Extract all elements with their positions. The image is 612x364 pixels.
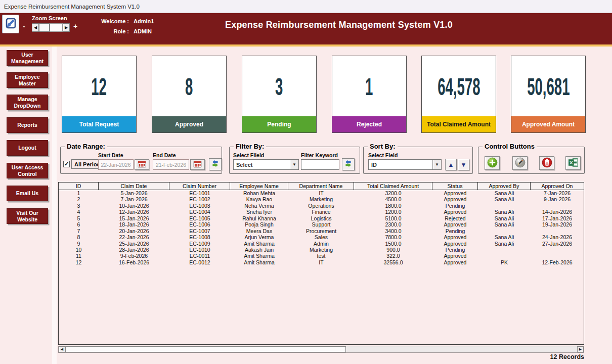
column-header-total-claimed-amount[interactable]: Total Claimed Amount xyxy=(354,183,432,190)
control-buttons-group: Control Buttons xyxy=(478,147,585,174)
zoom-scroll-left-button[interactable]: ◀ xyxy=(32,23,39,32)
table-row[interactable]: 12 16-Feb-2026 EC-0012 Amit Sharma IT 32… xyxy=(59,259,584,265)
summary-card: 8 Approved xyxy=(152,56,227,133)
start-date-calendar-button[interactable] xyxy=(135,159,149,170)
table-row[interactable]: 7 20-Jan-2026 EC-1007 Meera Das Procurem… xyxy=(59,228,584,234)
welcome-username: Admin1 xyxy=(134,18,154,24)
end-date-input[interactable] xyxy=(153,159,189,170)
cell-claim-date: 22-Jan-2026 xyxy=(99,234,169,240)
export-excel-button[interactable]: X xyxy=(565,156,581,170)
cell-status: Pending xyxy=(432,228,478,234)
sidebar-button[interactable]: Email Us xyxy=(7,186,48,201)
cell-department-name: Marketing xyxy=(288,247,354,253)
cell-department-name: Operations xyxy=(288,203,354,209)
cell-approved-by xyxy=(478,253,531,259)
cell-claim-number: EC-1009 xyxy=(169,241,230,247)
cell-claim-date: 15-Jan-2026 xyxy=(99,215,169,221)
cell-claimed-amount: 7800.0 xyxy=(354,234,432,240)
cell-approved-on: 12-Feb-2026 xyxy=(531,259,584,265)
cell-department-name: Support xyxy=(288,221,354,228)
cell-claimed-amount: 322.0 xyxy=(354,253,432,259)
table-horizontal-scrollbar[interactable]: ◀ ▶ xyxy=(58,346,584,353)
table-row[interactable]: 6 18-Jan-2026 EC-1006 Pooja Singh Suppor… xyxy=(59,221,584,228)
table-row[interactable]: 3 10-Jan-2026 EC-1003 Neha Verma Operati… xyxy=(59,203,584,209)
cell-approved-on: 14-Jan-2026 xyxy=(531,209,584,215)
cell-status: Approved xyxy=(432,221,478,228)
summary-card: 64,578 Total Claimed Amount xyxy=(421,56,496,133)
column-header-approved-on[interactable]: Approved On xyxy=(531,183,584,190)
cell-claimed-amount: 3200.0 xyxy=(354,190,432,196)
sidebar-button[interactable]: Visit Our Website xyxy=(7,208,48,224)
zoom-scroll-thumb[interactable] xyxy=(39,23,50,32)
date-refresh-button[interactable] xyxy=(209,158,222,170)
table-row[interactable]: 9 25-Jan-2026 EC-1009 Amit Sharma Admin … xyxy=(59,241,584,247)
table-row[interactable]: 11 9-Feb-2026 EC-0011 Amit Sharma test 3… xyxy=(59,253,584,259)
delete-record-button[interactable] xyxy=(539,156,554,170)
column-header-id[interactable]: ID xyxy=(59,183,99,190)
scrollbar-thumb[interactable] xyxy=(65,346,346,352)
column-header-department-name[interactable]: Department Name xyxy=(288,183,354,190)
card-value: 3 xyxy=(275,72,283,101)
left-arrow-icon: ◀ xyxy=(61,347,63,351)
end-date-calendar-button[interactable] xyxy=(190,159,205,170)
start-date-input[interactable] xyxy=(98,159,134,170)
role-label: Role : xyxy=(98,28,129,34)
sidebar-button[interactable]: Manage DropDown xyxy=(7,95,48,110)
sidebar-button[interactable]: Reports xyxy=(7,117,48,133)
column-header-claim-number[interactable]: Claim Number xyxy=(169,183,230,190)
column-header-claim-date[interactable]: Claim Date xyxy=(99,183,169,190)
column-header-employee-name[interactable]: Employee Name xyxy=(230,183,288,190)
cell-approved-on: 17-Jan-2026 xyxy=(531,215,584,221)
cell-id: 7 xyxy=(59,228,99,234)
zoom-screen-label: Zoom Screen xyxy=(32,15,67,21)
blue-arrow-icon xyxy=(4,17,17,32)
table-row[interactable]: 10 28-Jan-2026 EC-1010 Aakash Jain Marke… xyxy=(59,247,584,253)
filter-keyword-input[interactable] xyxy=(301,159,339,170)
card-label: Approved xyxy=(152,116,226,132)
dropdown-arrow-icon: ▼ xyxy=(290,160,298,169)
exit-app-button[interactable] xyxy=(2,15,19,33)
scroll-right-button[interactable]: ▶ xyxy=(577,346,584,352)
cell-employee-name: Amit Sharma xyxy=(230,259,288,265)
cell-id: 1 xyxy=(59,190,99,196)
cell-claim-number: EC-0012 xyxy=(169,259,230,265)
sidebar-button[interactable]: User Access Control xyxy=(7,163,48,178)
cell-approved-on: 7-Jan-2026 xyxy=(531,190,584,196)
zoom-plus-label: + xyxy=(73,22,77,30)
sidebar-button[interactable]: Employee Master xyxy=(7,72,48,88)
summary-card: 1 Rejected xyxy=(332,56,407,133)
filter-refresh-button[interactable] xyxy=(342,158,355,170)
page-title: Expense Reimbursement Management System … xyxy=(225,20,453,30)
cell-claim-number: EC-1010 xyxy=(169,247,230,253)
sidebar-button[interactable]: Logout xyxy=(7,140,48,156)
zoom-scroll-right-button[interactable]: ▶ xyxy=(63,23,70,32)
column-header-status[interactable]: Status xyxy=(432,183,478,190)
column-header-approved-by[interactable]: Approved By xyxy=(478,183,531,190)
scroll-left-button[interactable]: ◀ xyxy=(59,346,65,352)
cell-id: 12 xyxy=(59,259,99,265)
cell-approved-by: Sana Ali xyxy=(478,209,531,215)
table-row[interactable]: 5 15-Jan-2026 EC-1005 Rahul Khanna Logis… xyxy=(59,215,584,221)
table-row[interactable]: 1 5-Jan-2026 EC-1001 Rohan Mehta IT 3200… xyxy=(59,190,584,196)
cell-department-name: IT xyxy=(288,190,354,196)
filter-field-dropdown[interactable]: Select ▼ xyxy=(233,159,299,170)
sort-descending-button[interactable]: ▼ xyxy=(458,159,469,170)
sidebar-button-label: Employee Master xyxy=(8,74,47,86)
zoom-scroll-track[interactable] xyxy=(50,23,63,32)
sort-field-dropdown[interactable]: ID ▼ xyxy=(368,159,442,170)
table-row[interactable]: 4 12-Jan-2026 EC-1004 Sneha Iyer Finance… xyxy=(59,209,584,215)
card-label: Rejected xyxy=(332,116,406,132)
sidebar-button[interactable]: User Management xyxy=(7,50,48,66)
add-record-button[interactable] xyxy=(485,156,500,170)
all-period-checkbox[interactable] xyxy=(63,161,70,167)
welcome-label: Welcome : xyxy=(98,18,129,24)
cell-employee-name: Arjun Verma xyxy=(230,234,288,240)
dropdown-arrow-icon: ▼ xyxy=(432,160,441,169)
edit-record-button[interactable] xyxy=(512,156,528,170)
cell-claim-number: EC-1007 xyxy=(169,228,230,234)
excel-icon: X xyxy=(568,157,579,169)
table-row[interactable]: 2 7-Jan-2026 EC-1002 Kavya Rao Marketing… xyxy=(59,196,584,202)
sort-ascending-button[interactable]: ▲ xyxy=(445,159,457,170)
cell-department-name: Procurement xyxy=(288,228,354,234)
table-row[interactable]: 8 22-Jan-2026 EC-1008 Arjun Verma Sales … xyxy=(59,234,584,240)
